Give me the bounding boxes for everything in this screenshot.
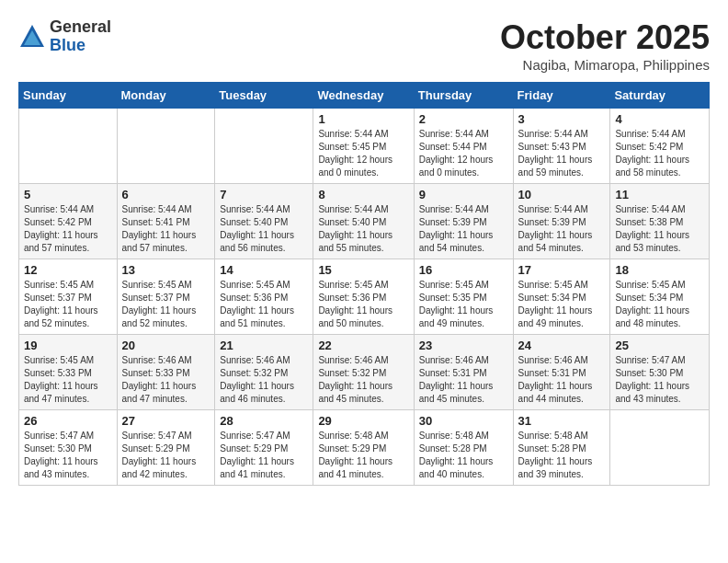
weekday-header-tuesday: Tuesday (215, 83, 313, 109)
day-number: 23 (419, 339, 508, 352)
day-info: Sunrise: 5:44 AM Sunset: 5:43 PM Dayligh… (518, 128, 606, 179)
calendar-cell: 18Sunrise: 5:45 AM Sunset: 5:34 PM Dayli… (610, 259, 710, 335)
calendar-table: SundayMondayTuesdayWednesdayThursdayFrid… (18, 82, 710, 486)
calendar-cell: 27Sunrise: 5:47 AM Sunset: 5:29 PM Dayli… (117, 410, 215, 486)
day-number: 18 (615, 263, 704, 277)
calendar-cell (19, 109, 118, 184)
weekday-header-friday: Friday (513, 83, 610, 109)
day-info: Sunrise: 5:45 AM Sunset: 5:35 PM Dayligh… (419, 279, 508, 330)
day-info: Sunrise: 5:44 AM Sunset: 5:39 PM Dayligh… (419, 203, 508, 255)
day-number: 10 (518, 188, 606, 201)
day-number: 16 (419, 263, 508, 277)
calendar-cell: 23Sunrise: 5:46 AM Sunset: 5:31 PM Dayli… (414, 335, 513, 410)
calendar-cell: 14Sunrise: 5:45 AM Sunset: 5:36 PM Dayli… (215, 259, 313, 335)
logo: General Blue (18, 18, 111, 55)
day-info: Sunrise: 5:47 AM Sunset: 5:29 PM Dayligh… (220, 430, 308, 481)
day-info: Sunrise: 5:46 AM Sunset: 5:33 PM Dayligh… (122, 354, 210, 406)
day-number: 27 (122, 414, 210, 428)
day-info: Sunrise: 5:45 AM Sunset: 5:36 PM Dayligh… (318, 279, 408, 330)
day-info: Sunrise: 5:45 AM Sunset: 5:34 PM Dayligh… (615, 279, 704, 330)
day-info: Sunrise: 5:44 AM Sunset: 5:40 PM Dayligh… (318, 203, 408, 255)
weekday-header-thursday: Thursday (414, 83, 513, 109)
day-number: 24 (518, 339, 606, 352)
logo-general-text: General (50, 18, 111, 37)
calendar-cell: 26Sunrise: 5:47 AM Sunset: 5:30 PM Dayli… (19, 410, 118, 486)
day-number: 19 (24, 339, 112, 352)
day-info: Sunrise: 5:45 AM Sunset: 5:37 PM Dayligh… (24, 279, 112, 330)
calendar-cell: 11Sunrise: 5:44 AM Sunset: 5:38 PM Dayli… (610, 184, 710, 259)
day-number: 15 (318, 263, 408, 277)
calendar-cell: 19Sunrise: 5:45 AM Sunset: 5:33 PM Dayli… (19, 335, 118, 410)
day-number: 7 (220, 188, 308, 201)
day-number: 13 (122, 263, 210, 277)
calendar-cell: 28Sunrise: 5:47 AM Sunset: 5:29 PM Dayli… (215, 410, 313, 486)
day-number: 22 (318, 339, 408, 352)
calendar-cell: 8Sunrise: 5:44 AM Sunset: 5:40 PM Daylig… (313, 184, 414, 259)
day-number: 9 (419, 188, 508, 201)
calendar-cell (610, 410, 710, 486)
week-row-3: 12Sunrise: 5:45 AM Sunset: 5:37 PM Dayli… (19, 259, 710, 335)
calendar-cell: 5Sunrise: 5:44 AM Sunset: 5:42 PM Daylig… (19, 184, 118, 259)
day-number: 30 (419, 414, 508, 428)
day-number: 20 (122, 339, 210, 352)
day-number: 14 (220, 263, 308, 277)
weekday-header-wednesday: Wednesday (313, 83, 414, 109)
day-number: 2 (419, 112, 508, 126)
day-number: 17 (518, 263, 606, 277)
day-info: Sunrise: 5:45 AM Sunset: 5:34 PM Dayligh… (518, 279, 606, 330)
calendar-cell: 9Sunrise: 5:44 AM Sunset: 5:39 PM Daylig… (414, 184, 513, 259)
calendar-cell: 13Sunrise: 5:45 AM Sunset: 5:37 PM Dayli… (117, 259, 215, 335)
calendar-cell: 1Sunrise: 5:44 AM Sunset: 5:45 PM Daylig… (313, 109, 414, 184)
week-row-1: 1Sunrise: 5:44 AM Sunset: 5:45 PM Daylig… (19, 109, 710, 184)
day-number: 1 (318, 112, 408, 126)
day-info: Sunrise: 5:46 AM Sunset: 5:32 PM Dayligh… (318, 354, 408, 406)
day-number: 6 (122, 188, 210, 201)
calendar-cell: 25Sunrise: 5:47 AM Sunset: 5:30 PM Dayli… (610, 335, 710, 410)
calendar-cell: 21Sunrise: 5:46 AM Sunset: 5:32 PM Dayli… (215, 335, 313, 410)
calendar-cell: 10Sunrise: 5:44 AM Sunset: 5:39 PM Dayli… (513, 184, 610, 259)
day-number: 25 (615, 339, 704, 352)
day-info: Sunrise: 5:46 AM Sunset: 5:32 PM Dayligh… (220, 354, 308, 406)
calendar-cell (117, 109, 215, 184)
calendar-cell: 7Sunrise: 5:44 AM Sunset: 5:40 PM Daylig… (215, 184, 313, 259)
day-info: Sunrise: 5:44 AM Sunset: 5:44 PM Dayligh… (419, 128, 508, 179)
calendar-cell: 4Sunrise: 5:44 AM Sunset: 5:42 PM Daylig… (610, 109, 710, 184)
day-info: Sunrise: 5:47 AM Sunset: 5:29 PM Dayligh… (122, 430, 210, 481)
day-info: Sunrise: 5:44 AM Sunset: 5:41 PM Dayligh… (122, 203, 210, 255)
calendar-cell: 2Sunrise: 5:44 AM Sunset: 5:44 PM Daylig… (414, 109, 513, 184)
calendar-cell: 20Sunrise: 5:46 AM Sunset: 5:33 PM Dayli… (117, 335, 215, 410)
day-info: Sunrise: 5:46 AM Sunset: 5:31 PM Dayligh… (419, 354, 508, 406)
day-number: 4 (615, 112, 704, 126)
calendar-cell: 15Sunrise: 5:45 AM Sunset: 5:36 PM Dayli… (313, 259, 414, 335)
day-info: Sunrise: 5:44 AM Sunset: 5:45 PM Dayligh… (318, 128, 408, 179)
day-info: Sunrise: 5:45 AM Sunset: 5:37 PM Dayligh… (122, 279, 210, 330)
calendar-cell: 3Sunrise: 5:44 AM Sunset: 5:43 PM Daylig… (513, 109, 610, 184)
day-info: Sunrise: 5:44 AM Sunset: 5:38 PM Dayligh… (615, 203, 704, 255)
day-info: Sunrise: 5:46 AM Sunset: 5:31 PM Dayligh… (518, 354, 606, 406)
calendar-cell: 22Sunrise: 5:46 AM Sunset: 5:32 PM Dayli… (313, 335, 414, 410)
day-info: Sunrise: 5:48 AM Sunset: 5:28 PM Dayligh… (518, 430, 606, 481)
logo-blue-text: Blue (50, 37, 111, 55)
week-row-5: 26Sunrise: 5:47 AM Sunset: 5:30 PM Dayli… (19, 410, 710, 486)
calendar-cell: 17Sunrise: 5:45 AM Sunset: 5:34 PM Dayli… (513, 259, 610, 335)
day-number: 31 (518, 414, 606, 428)
day-info: Sunrise: 5:45 AM Sunset: 5:33 PM Dayligh… (24, 354, 112, 406)
day-number: 3 (518, 112, 606, 126)
weekday-header-sunday: Sunday (19, 83, 118, 109)
day-number: 8 (318, 188, 408, 201)
weekday-header-row: SundayMondayTuesdayWednesdayThursdayFrid… (19, 83, 710, 109)
weekday-header-monday: Monday (117, 83, 215, 109)
week-row-4: 19Sunrise: 5:45 AM Sunset: 5:33 PM Dayli… (19, 335, 710, 410)
location-text: Nagiba, Mimaropa, Philippines (500, 57, 710, 73)
calendar-cell (215, 109, 313, 184)
day-info: Sunrise: 5:44 AM Sunset: 5:42 PM Dayligh… (24, 203, 112, 255)
month-title: October 2025 (500, 18, 710, 57)
day-number: 21 (220, 339, 308, 352)
calendar-cell: 29Sunrise: 5:48 AM Sunset: 5:29 PM Dayli… (313, 410, 414, 486)
calendar-cell: 24Sunrise: 5:46 AM Sunset: 5:31 PM Dayli… (513, 335, 610, 410)
title-block: October 2025 Nagiba, Mimaropa, Philippin… (500, 18, 710, 73)
day-number: 5 (24, 188, 112, 201)
day-info: Sunrise: 5:44 AM Sunset: 5:39 PM Dayligh… (518, 203, 606, 255)
calendar-cell: 16Sunrise: 5:45 AM Sunset: 5:35 PM Dayli… (414, 259, 513, 335)
day-number: 28 (220, 414, 308, 428)
